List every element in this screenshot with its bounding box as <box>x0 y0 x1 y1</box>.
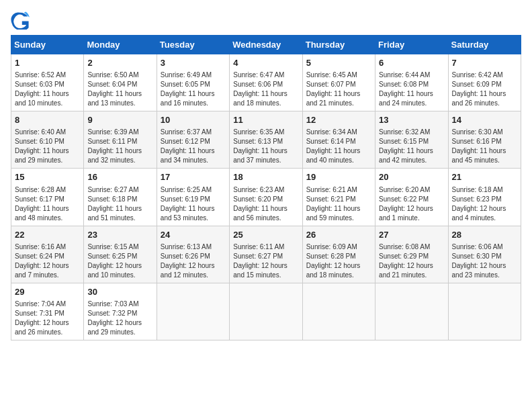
day-info: Sunrise: 6:49 AM Sunset: 6:05 PM Dayligh… <box>161 71 226 108</box>
day-number: 9 <box>87 114 152 126</box>
calendar-cell: 18Sunrise: 6:23 AM Sunset: 6:20 PM Dayli… <box>230 169 302 226</box>
day-info: Sunrise: 6:37 AM Sunset: 6:12 PM Dayligh… <box>161 128 226 165</box>
day-number: 18 <box>233 171 298 183</box>
day-number: 26 <box>306 229 371 241</box>
day-number: 29 <box>15 286 80 298</box>
calendar-cell: 22Sunrise: 6:16 AM Sunset: 6:24 PM Dayli… <box>11 226 84 283</box>
weekday-header-thursday: Thursday <box>302 36 375 54</box>
logo <box>11 11 32 30</box>
calendar-week-1: 1Sunrise: 6:52 AM Sunset: 6:03 PM Daylig… <box>11 54 521 111</box>
day-info: Sunrise: 6:32 AM Sunset: 6:15 PM Dayligh… <box>379 128 444 165</box>
day-info: Sunrise: 6:16 AM Sunset: 6:24 PM Dayligh… <box>15 242 80 280</box>
day-number: 4 <box>233 57 298 69</box>
calendar-cell: 7Sunrise: 6:42 AM Sunset: 6:09 PM Daylig… <box>448 54 521 111</box>
day-number: 14 <box>452 114 517 126</box>
calendar-cell: 28Sunrise: 6:06 AM Sunset: 6:30 PM Dayli… <box>448 226 521 283</box>
weekday-header-wednesday: Wednesday <box>230 36 302 54</box>
day-info: Sunrise: 6:15 AM Sunset: 6:25 PM Dayligh… <box>87 242 152 280</box>
day-info: Sunrise: 6:08 AM Sunset: 6:29 PM Dayligh… <box>379 242 444 280</box>
weekday-header-tuesday: Tuesday <box>157 36 229 54</box>
day-info: Sunrise: 7:04 AM Sunset: 7:31 PM Dayligh… <box>15 300 80 337</box>
calendar-table: SundayMondayTuesdayWednesdayThursdayFrid… <box>11 35 521 340</box>
day-info: Sunrise: 6:09 AM Sunset: 6:28 PM Dayligh… <box>306 242 371 280</box>
weekday-row: SundayMondayTuesdayWednesdayThursdayFrid… <box>11 36 521 54</box>
calendar-cell: 9Sunrise: 6:39 AM Sunset: 6:11 PM Daylig… <box>84 111 157 169</box>
day-number: 7 <box>452 57 517 69</box>
day-info: Sunrise: 6:52 AM Sunset: 6:03 PM Dayligh… <box>15 71 80 108</box>
header-area <box>11 11 521 30</box>
calendar-cell: 26Sunrise: 6:09 AM Sunset: 6:28 PM Dayli… <box>302 226 375 283</box>
calendar-week-2: 8Sunrise: 6:40 AM Sunset: 6:10 PM Daylig… <box>11 111 521 169</box>
day-info: Sunrise: 6:18 AM Sunset: 6:23 PM Dayligh… <box>452 185 517 223</box>
day-number: 17 <box>161 171 226 183</box>
calendar-cell: 6Sunrise: 6:44 AM Sunset: 6:08 PM Daylig… <box>375 54 448 111</box>
day-number: 10 <box>161 114 226 126</box>
calendar-cell: 16Sunrise: 6:27 AM Sunset: 6:18 PM Dayli… <box>84 169 157 226</box>
calendar-cell: 27Sunrise: 6:08 AM Sunset: 6:29 PM Dayli… <box>375 226 448 283</box>
calendar-cell: 3Sunrise: 6:49 AM Sunset: 6:05 PM Daylig… <box>157 54 229 111</box>
calendar-cell: 4Sunrise: 6:47 AM Sunset: 6:06 PM Daylig… <box>230 54 302 111</box>
day-info: Sunrise: 6:21 AM Sunset: 6:21 PM Dayligh… <box>306 185 371 223</box>
day-number: 3 <box>161 57 226 69</box>
calendar-cell: 30Sunrise: 7:03 AM Sunset: 7:32 PM Dayli… <box>84 283 157 340</box>
calendar-cell: 24Sunrise: 6:13 AM Sunset: 6:26 PM Dayli… <box>157 226 229 283</box>
calendar-body: 1Sunrise: 6:52 AM Sunset: 6:03 PM Daylig… <box>11 54 521 340</box>
day-info: Sunrise: 6:40 AM Sunset: 6:10 PM Dayligh… <box>15 128 80 165</box>
day-number: 19 <box>306 171 371 183</box>
calendar-cell: 29Sunrise: 7:04 AM Sunset: 7:31 PM Dayli… <box>11 283 84 340</box>
calendar-week-4: 22Sunrise: 6:16 AM Sunset: 6:24 PM Dayli… <box>11 226 521 283</box>
calendar-cell <box>157 283 229 340</box>
calendar-header: SundayMondayTuesdayWednesdayThursdayFrid… <box>11 36 521 54</box>
generalblue-logo-icon <box>11 11 30 30</box>
day-info: Sunrise: 6:44 AM Sunset: 6:08 PM Dayligh… <box>379 71 444 108</box>
day-info: Sunrise: 6:35 AM Sunset: 6:13 PM Dayligh… <box>233 128 298 165</box>
day-number: 20 <box>379 171 444 183</box>
calendar-cell: 21Sunrise: 6:18 AM Sunset: 6:23 PM Dayli… <box>448 169 521 226</box>
calendar-week-5: 29Sunrise: 7:04 AM Sunset: 7:31 PM Dayli… <box>11 283 521 340</box>
calendar-cell: 8Sunrise: 6:40 AM Sunset: 6:10 PM Daylig… <box>11 111 84 169</box>
calendar-cell: 23Sunrise: 6:15 AM Sunset: 6:25 PM Dayli… <box>84 226 157 283</box>
calendar-cell: 13Sunrise: 6:32 AM Sunset: 6:15 PM Dayli… <box>375 111 448 169</box>
day-number: 1 <box>15 57 80 69</box>
day-info: Sunrise: 6:06 AM Sunset: 6:30 PM Dayligh… <box>452 242 517 280</box>
day-number: 16 <box>87 171 152 183</box>
day-number: 13 <box>379 114 444 126</box>
calendar-week-3: 15Sunrise: 6:28 AM Sunset: 6:17 PM Dayli… <box>11 169 521 226</box>
calendar-cell: 5Sunrise: 6:45 AM Sunset: 6:07 PM Daylig… <box>302 54 375 111</box>
day-number: 28 <box>452 229 517 241</box>
calendar-cell: 19Sunrise: 6:21 AM Sunset: 6:21 PM Dayli… <box>302 169 375 226</box>
day-number: 30 <box>87 286 152 298</box>
day-info: Sunrise: 6:30 AM Sunset: 6:16 PM Dayligh… <box>452 128 517 165</box>
day-number: 6 <box>379 57 444 69</box>
calendar-cell <box>230 283 302 340</box>
day-number: 12 <box>306 114 371 126</box>
day-info: Sunrise: 6:42 AM Sunset: 6:09 PM Dayligh… <box>452 71 517 108</box>
day-info: Sunrise: 6:47 AM Sunset: 6:06 PM Dayligh… <box>233 71 298 108</box>
calendar-cell: 2Sunrise: 6:50 AM Sunset: 6:04 PM Daylig… <box>84 54 157 111</box>
day-number: 8 <box>15 114 80 126</box>
calendar-cell: 12Sunrise: 6:34 AM Sunset: 6:14 PM Dayli… <box>302 111 375 169</box>
calendar-cell <box>448 283 521 340</box>
day-number: 24 <box>161 229 226 241</box>
day-number: 15 <box>15 171 80 183</box>
day-number: 5 <box>306 57 371 69</box>
day-number: 25 <box>233 229 298 241</box>
day-info: Sunrise: 6:13 AM Sunset: 6:26 PM Dayligh… <box>161 242 226 280</box>
day-info: Sunrise: 6:39 AM Sunset: 6:11 PM Dayligh… <box>87 128 152 165</box>
weekday-header-saturday: Saturday <box>448 36 521 54</box>
calendar-cell: 14Sunrise: 6:30 AM Sunset: 6:16 PM Dayli… <box>448 111 521 169</box>
weekday-header-monday: Monday <box>84 36 157 54</box>
day-number: 23 <box>87 229 152 241</box>
calendar-cell: 15Sunrise: 6:28 AM Sunset: 6:17 PM Dayli… <box>11 169 84 226</box>
day-number: 27 <box>379 229 444 241</box>
calendar-cell: 17Sunrise: 6:25 AM Sunset: 6:19 PM Dayli… <box>157 169 229 226</box>
calendar-cell: 25Sunrise: 6:11 AM Sunset: 6:27 PM Dayli… <box>230 226 302 283</box>
weekday-header-friday: Friday <box>375 36 448 54</box>
calendar-cell: 11Sunrise: 6:35 AM Sunset: 6:13 PM Dayli… <box>230 111 302 169</box>
day-info: Sunrise: 7:03 AM Sunset: 7:32 PM Dayligh… <box>87 300 152 337</box>
day-info: Sunrise: 6:11 AM Sunset: 6:27 PM Dayligh… <box>233 242 298 280</box>
calendar-cell: 1Sunrise: 6:52 AM Sunset: 6:03 PM Daylig… <box>11 54 84 111</box>
day-info: Sunrise: 6:45 AM Sunset: 6:07 PM Dayligh… <box>306 71 371 108</box>
day-number: 11 <box>233 114 298 126</box>
day-info: Sunrise: 6:50 AM Sunset: 6:04 PM Dayligh… <box>87 71 152 108</box>
